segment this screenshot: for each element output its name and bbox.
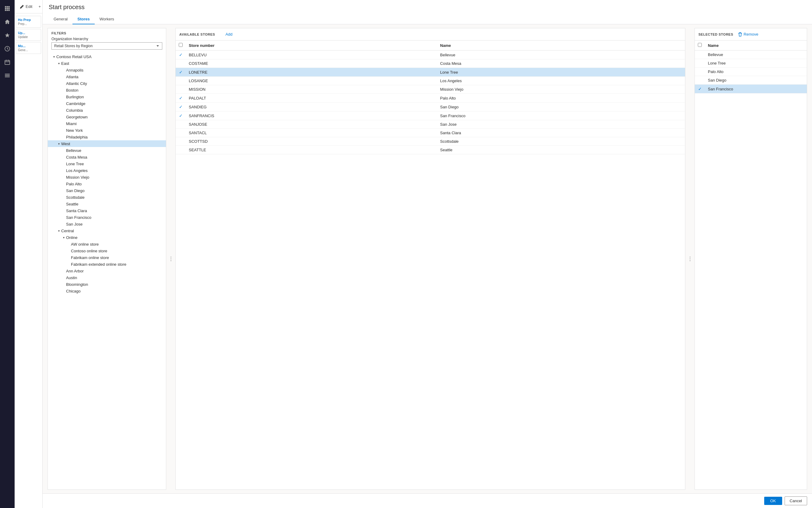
sidebar-item-label: Ho Prep <box>18 18 39 22</box>
tree-item[interactable]: Georgetown <box>48 114 166 120</box>
tree-item[interactable]: Cambridge <box>48 100 166 107</box>
tab-general[interactable]: General <box>49 14 73 24</box>
tree-item[interactable]: Contoso online store <box>48 248 166 254</box>
tree-item[interactable]: Miami <box>48 120 166 127</box>
sel-name-col-header: Name <box>705 40 807 50</box>
store-number-cell: SANDIEG <box>186 102 437 112</box>
tree-item[interactable]: Austin <box>48 274 166 281</box>
tree-item[interactable]: Annapolis <box>48 67 166 73</box>
tree-expand-icon: ▾ <box>56 61 61 66</box>
tree-item[interactable]: Scottsdale <box>48 194 166 201</box>
app-launcher-icon[interactable] <box>1 2 13 14</box>
tree-item[interactable]: Bloomington <box>48 281 166 288</box>
sidebar-item-mo[interactable]: Mo... Gene... <box>16 42 41 54</box>
available-store-row[interactable]: ✓PALOALTPalo Alto <box>176 94 685 102</box>
tree-item-label: Ann Arbor <box>66 269 84 273</box>
svg-rect-13 <box>5 76 10 77</box>
add-stores-button[interactable]: Add <box>217 31 235 38</box>
tree-item-label: Cambridge <box>66 101 86 106</box>
sidebar-item-label: Up... <box>18 31 39 35</box>
tree-item[interactable]: Santa Clara <box>48 207 166 214</box>
tree-item[interactable]: Boston <box>48 87 166 93</box>
sidebar-item-desc: Prep... <box>18 22 39 26</box>
tree-item[interactable]: ▾East <box>48 60 166 67</box>
tree-item[interactable]: San Diego <box>48 187 166 194</box>
sidebar-item-up[interactable]: Up... Update <box>16 29 41 41</box>
selected-store-row[interactable]: Lone Tree <box>695 59 807 68</box>
ok-button[interactable]: OK <box>764 497 782 505</box>
store-name-cell: Lone Tree <box>437 68 685 77</box>
favorites-icon[interactable] <box>1 29 13 41</box>
dialog-footer: OK Cancel <box>43 494 812 508</box>
tree-item[interactable]: AW online store <box>48 241 166 248</box>
tree-item[interactable]: Chicago <box>48 288 166 294</box>
available-stores-panel: AVAILABLE STORES Add Store number Name <box>175 28 685 490</box>
available-store-row[interactable]: SCOTTSDScottsdale <box>176 137 685 146</box>
tree-item[interactable]: Seattle <box>48 201 166 207</box>
tab-workers[interactable]: Workers <box>95 14 119 24</box>
available-store-row[interactable]: SANJOSESan Jose <box>176 120 685 129</box>
tree-item[interactable]: Lone Tree <box>48 160 166 167</box>
available-store-row[interactable]: ✓SANFRANCISSan Francisco <box>176 112 685 120</box>
tree-item[interactable]: San Francisco <box>48 214 166 221</box>
calendar-icon[interactable] <box>1 56 13 68</box>
check-icon: ✓ <box>698 86 702 91</box>
tab-stores[interactable]: Stores <box>73 14 94 24</box>
org-hierarchy-label: Organization hierarchy <box>48 36 166 42</box>
store-name-cell: San Jose <box>437 120 685 129</box>
tree-item[interactable]: ▾Contoso Retail USA <box>48 53 166 60</box>
tree-item[interactable]: ▾Online <box>48 234 166 241</box>
available-store-row[interactable]: ✓LONETRELone Tree <box>176 68 685 77</box>
selected-store-row[interactable]: Palo Alto <box>695 68 807 76</box>
available-store-row[interactable]: LOSANGELos Angeles <box>176 77 685 85</box>
select-all-checkbox[interactable] <box>179 43 183 47</box>
tree-item[interactable]: Palo Alto <box>48 180 166 187</box>
tree-item[interactable]: Costa Mesa <box>48 154 166 160</box>
selected-store-row[interactable]: ✓San Francisco <box>695 85 807 93</box>
sidebar-item-label: Mo... <box>18 44 39 48</box>
edit-button[interactable]: Edit <box>17 3 35 10</box>
tree-item[interactable]: Columbia <box>48 107 166 114</box>
org-dropdown[interactable]: Retail Stores by Region <box>51 42 162 50</box>
tree-item[interactable]: ▾Central <box>48 227 166 234</box>
tree-item[interactable]: Bellevue <box>48 147 166 154</box>
cancel-button[interactable]: Cancel <box>784 497 807 505</box>
selected-store-row[interactable]: Bellevue <box>695 50 807 59</box>
available-store-row[interactable]: MISSIONMission Viejo <box>176 85 685 94</box>
tree-item[interactable]: Fabrikam extended online store <box>48 261 166 267</box>
available-store-row[interactable]: COSTAMECosta Mesa <box>176 59 685 68</box>
available-store-row[interactable]: SANTACLSanta Clara <box>176 129 685 137</box>
home-icon[interactable] <box>1 16 13 28</box>
sidebar-item-ho-prep[interactable]: Ho Prep Prep... <box>16 16 41 28</box>
tree-item-label: Annapolis <box>66 68 83 73</box>
recent-icon[interactable] <box>1 43 13 55</box>
tree-item[interactable]: ▾West <box>48 140 166 147</box>
tree-item-label: New York <box>66 128 83 133</box>
selected-store-row[interactable]: San Diego <box>695 76 807 85</box>
tree-item[interactable]: Atlanta <box>48 73 166 80</box>
tree-item[interactable]: Los Angeles <box>48 167 166 174</box>
store-number-cell: LONETRE <box>186 68 437 77</box>
tree-item[interactable]: Burlington <box>48 93 166 100</box>
tree-item[interactable]: Atlantic City <box>48 80 166 87</box>
available-store-row[interactable]: SEATTLESeattle <box>176 146 685 154</box>
tree-item[interactable]: Fabrikam online store <box>48 254 166 261</box>
tree-item[interactable]: New York <box>48 127 166 134</box>
tree-item-label: Bellevue <box>66 148 81 153</box>
tree-item[interactable]: San Jose <box>48 221 166 227</box>
tree-item[interactable]: Ann Arbor <box>48 267 166 274</box>
available-store-row[interactable]: ✓SANDIEGSan Diego <box>176 102 685 112</box>
svg-rect-6 <box>5 9 6 11</box>
tree-item[interactable]: Mission Viejo <box>48 174 166 180</box>
available-store-row[interactable]: ✓BELLEVUBellevue <box>176 50 685 59</box>
add-button[interactable]: + <box>36 3 43 10</box>
sidebar-items: Ho Prep Prep... Up... Update Mo... Gene.… <box>14 13 42 508</box>
tree-expand-icon: ▾ <box>51 54 56 59</box>
tree-item[interactable]: Philadelphia <box>48 134 166 140</box>
store-number-cell: MISSION <box>186 85 437 94</box>
sel-select-all-checkbox[interactable] <box>698 43 702 47</box>
store-number-cell: SCOTTSD <box>186 137 437 146</box>
tree-expand-icon: ▾ <box>56 141 61 146</box>
menu-icon[interactable] <box>1 70 13 82</box>
remove-stores-button[interactable]: Remove <box>736 31 761 38</box>
